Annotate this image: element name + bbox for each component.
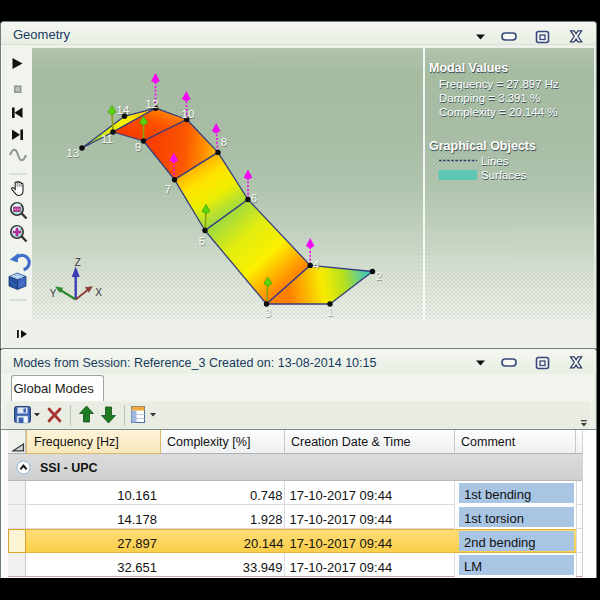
- svg-text:Y: Y: [50, 288, 57, 299]
- svg-text:7: 7: [165, 183, 171, 195]
- svg-text:2: 2: [376, 270, 382, 282]
- svg-text:12: 12: [146, 98, 159, 110]
- svg-text:14: 14: [117, 104, 130, 116]
- svg-text:Z: Z: [75, 257, 81, 268]
- svg-text:6: 6: [251, 192, 257, 204]
- svg-text:9: 9: [135, 141, 141, 153]
- svg-text:1: 1: [327, 306, 333, 318]
- svg-text:3: 3: [265, 307, 271, 319]
- svg-text:13: 13: [67, 147, 80, 159]
- svg-text:8: 8: [221, 136, 227, 148]
- svg-text:X: X: [95, 287, 102, 298]
- svg-text:10: 10: [182, 108, 195, 120]
- svg-text:11: 11: [101, 133, 113, 145]
- svg-text:4: 4: [313, 259, 320, 271]
- svg-text:5: 5: [199, 235, 205, 247]
